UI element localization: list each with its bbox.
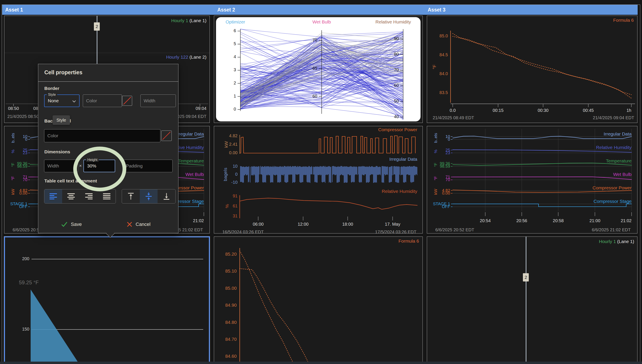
lane-unit: kW	[433, 189, 438, 194]
chevron-down-icon	[72, 100, 76, 103]
y-tick: 85.0	[439, 34, 448, 38]
lane-label-0: Irregular Data	[176, 132, 204, 136]
cell-asset2-formula6-zoom[interactable]: Formula 685.2085.1085.0084.9084.8084.708…	[214, 236, 423, 364]
axis2-tick: 60	[313, 94, 317, 99]
y-tick: 10	[233, 164, 238, 169]
lane2-label-suffix: (Lane 2)	[188, 54, 207, 60]
cell-asset3-hourly-lanes[interactable]: Hourly 1 (Lane 1)2	[427, 236, 637, 364]
asset3-bottom-splitter-badge[interactable]: 2	[523, 273, 529, 282]
valign-top-button[interactable]	[122, 190, 140, 203]
axis3-tick: 50	[394, 98, 399, 104]
x-tick: 17. May	[385, 222, 400, 227]
lane-unit: °F	[11, 176, 16, 180]
dimension-padding-input[interactable]	[123, 160, 173, 172]
axis1-tick: 6	[234, 28, 236, 33]
align-justify-icon	[102, 193, 111, 200]
cell-asset3-multilane-trend[interactable]: 100b..elsIrregular Data2523%Relative Hum…	[427, 126, 637, 234]
x-tick: 09:04	[196, 106, 207, 111]
x-tick: 00:30	[538, 108, 548, 113]
border-style-select[interactable]: Style None	[44, 94, 80, 107]
section-dimensions-heading: Dimensions	[44, 149, 70, 154]
lane-label-0-series: Irregular Data	[604, 132, 631, 136]
lane2-label-series: Hourly 122	[166, 54, 188, 60]
axis1-tick: 4	[234, 54, 236, 59]
lane-unit: %	[11, 150, 16, 153]
timestamp-end: 17/5/2024 03:26 EDT	[375, 230, 416, 234]
lane-label-3: Wet Bulb	[185, 172, 204, 177]
dimension-height-field[interactable]: Height 30%	[84, 160, 115, 172]
lane-divider	[4, 53, 210, 53]
border-color-input[interactable]	[83, 94, 122, 107]
lane-label-5-series: Compressor Stage	[593, 199, 631, 204]
save-button[interactable]: Save	[61, 221, 82, 228]
axis3-tick: 60	[394, 83, 399, 88]
style-tooltip: Style	[53, 115, 70, 125]
y-tick: 83.5	[439, 90, 448, 95]
valign-middle-button[interactable]	[140, 190, 158, 203]
header-bar: Asset 1 Asset 2 Asset 3	[2, 5, 638, 15]
y-unit: kW	[224, 141, 229, 148]
y-tick: 61	[233, 204, 238, 208]
cell-asset2-parallel-coordinates[interactable]: OptimizerWet BulbRelative Humidity012345…	[214, 16, 423, 123]
horizontal-align-group	[44, 189, 116, 204]
y-axis-unit: °F	[432, 64, 437, 69]
timestamp-end: 6/6/2025 21:02 EDT	[592, 228, 631, 232]
axis-label-relative-humidity: Relative Humidity	[376, 19, 411, 24]
x-tick: 18:00	[342, 222, 353, 227]
timestamp-start: 6/6/2025 20:52 EDT	[435, 228, 474, 232]
relative-humidity-label-series: Relative Humidity	[382, 189, 417, 194]
section-alignment-heading: Table cell text alignment	[44, 178, 97, 184]
y-unit: bagels	[223, 168, 228, 181]
formula6-zoom-chart	[214, 237, 422, 364]
axis3-tick: 80	[394, 52, 399, 57]
cell-asset3-formula6-trend[interactable]: Formula 685.084.584.083.5°F0.000:1500:30…	[427, 16, 637, 123]
cell-asset2-stacked-trends[interactable]: Compressor Power4.822.410.00kWIrregular …	[214, 126, 423, 234]
y-tick: 84.0	[439, 71, 448, 76]
lane1-label-suffix: (Lane 1)	[188, 18, 207, 23]
border-style-value: None	[48, 98, 59, 104]
x-tick: 21:02	[193, 218, 204, 223]
dialog-title: Cell properties	[44, 69, 82, 76]
asset3-header-label: Asset 3	[428, 7, 445, 13]
parallel-chart	[216, 17, 420, 122]
section-border-heading: Border	[44, 86, 59, 91]
compressor-power-label-series: Compressor Power	[378, 127, 417, 132]
axis1-tick: 2	[234, 80, 236, 86]
axis2-tick: 70	[313, 38, 317, 43]
lane-unit: b..els	[433, 133, 438, 143]
x-tick: 0.0	[450, 108, 456, 113]
timestamp-start: 16/5/2024 03:26 EDT	[222, 230, 264, 234]
cancel-button[interactable]: Cancel	[127, 221, 150, 228]
align-center-button[interactable]	[62, 190, 80, 203]
asset3-bottom-splitter[interactable]	[526, 237, 526, 364]
vertical-align-group	[122, 189, 176, 204]
x-tick: 08:50	[8, 106, 19, 111]
x-tick: 21:02	[621, 218, 631, 223]
lane-label-2: Temperature	[606, 158, 631, 164]
lane-label-1: Relative Humidity	[596, 145, 631, 150]
check-icon	[61, 221, 68, 228]
dimension-width-input[interactable]	[44, 160, 78, 172]
dimensions-times-separator: ×	[79, 163, 82, 168]
border-width-input[interactable]	[140, 94, 176, 107]
align-right-button[interactable]	[80, 190, 98, 203]
background-color-swatch[interactable]	[161, 130, 172, 141]
lane-tick: 23	[23, 150, 27, 155]
close-icon	[127, 221, 133, 228]
x-tick: 06:00	[253, 222, 264, 227]
lane-label-4: Compressor Power	[592, 185, 631, 190]
asset2-header-label: Asset 2	[217, 7, 235, 13]
border-color-swatch[interactable]	[122, 96, 132, 106]
align-left-button[interactable]	[44, 190, 62, 203]
valign-bottom-button[interactable]	[158, 190, 175, 203]
parallel-panel: OptimizerWet BulbRelative Humidity012345…	[216, 17, 420, 122]
cell-asset1-selected-triangle-chart[interactable]: 20015059.25 °F	[4, 236, 210, 364]
asset1-top-splitter-badge[interactable]: 2	[94, 22, 100, 30]
lane-unit: °F	[433, 163, 438, 167]
no-color-icon	[162, 131, 172, 141]
lane-unit: %	[433, 150, 438, 153]
align-justify-button[interactable]	[98, 190, 116, 203]
lane-label-5: Compressor Stage	[593, 199, 631, 204]
cancel-button-label: Cancel	[136, 222, 150, 227]
background-color-input[interactable]	[44, 129, 160, 142]
